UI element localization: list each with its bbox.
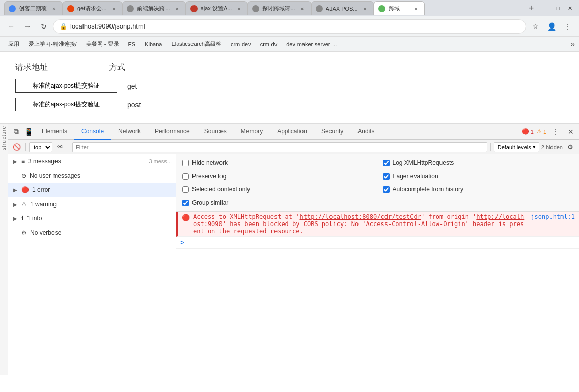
bookmark-6[interactable]: crm-dev <box>227 38 255 50</box>
left-panel: structure <box>0 124 8 375</box>
page-content: 请求地址 方式 标准的ajax-post提交验证 get 标准的ajax-pos… <box>0 52 579 123</box>
header-address: 请求地址 <box>15 62 48 73</box>
address-bar: ← → ↻ 🔒 localhost:9090/jsonp.html ☆ 👤 ⋮ <box>0 16 579 37</box>
log-source[interactable]: jsonp.html:1 <box>531 213 575 220</box>
settings-left-col: Hide networkPreserve logSelected context… <box>182 156 373 209</box>
tab-title-tab2: get请求会... <box>77 5 106 12</box>
tab-close-tab1[interactable]: × <box>50 5 58 13</box>
tab-tab2[interactable]: get请求会...× <box>63 1 122 15</box>
devtools-right-controls: 🔴 1 ⚠ 1 ⋮ ✕ <box>522 126 577 138</box>
forward-button[interactable]: → <box>20 19 35 34</box>
setting-cb-group_similar[interactable] <box>182 200 189 206</box>
sidebar-item-info[interactable]: ▶ℹ1 info <box>8 211 176 226</box>
sidebar-item-no_user[interactable]: ⊖No user messages <box>8 169 176 183</box>
bookmark-0[interactable]: 应用 <box>4 38 23 50</box>
tab-close-tab3[interactable]: × <box>173 5 181 13</box>
tab-close-tab7[interactable]: × <box>412 5 420 13</box>
sidebar-icon-verbose: ⚙ <box>21 229 27 236</box>
url-text: localhost:9090/jsonp.html <box>70 22 145 30</box>
tab-tab3[interactable]: 前端解决跨...× <box>122 1 185 15</box>
setting-cb-log_xmlhttp[interactable] <box>383 160 390 166</box>
error-link-1[interactable]: http://localhost:8080/cdr/testCdr <box>300 213 421 220</box>
menu-button[interactable]: ⋮ <box>561 19 575 34</box>
setting-label-autocomplete_history: Autocomplete from history <box>393 186 463 193</box>
maximize-button[interactable]: □ <box>553 3 563 13</box>
tab-title-tab1: 创客二期项 <box>19 5 47 12</box>
sidebar-item-warnings[interactable]: ▶⚠1 warning <box>8 197 176 211</box>
clear-console-button[interactable]: 🚫 <box>11 142 22 153</box>
bookmark-button[interactable]: ☆ <box>528 19 542 34</box>
toolbar-separator-2 <box>69 143 69 151</box>
tab-close-tab2[interactable]: × <box>109 5 118 13</box>
prompt-icon: > <box>180 238 184 246</box>
minimize-button[interactable]: — <box>540 3 550 13</box>
reload-button[interactable]: ↻ <box>37 19 51 34</box>
devtools-tab-network[interactable]: Network <box>111 124 148 140</box>
post-button[interactable]: 标准的ajax-post提交验证 <box>15 98 117 111</box>
tab-tab6[interactable]: AJAX POS...× <box>311 1 374 15</box>
tab-tab1[interactable]: 创客二期项× <box>4 1 63 15</box>
new-tab-button[interactable]: + <box>524 1 538 15</box>
devtools-tab-sources[interactable]: Sources <box>197 124 234 140</box>
url-bar[interactable]: 🔒 localhost:9090/jsonp.html <box>53 19 526 34</box>
devtools-tab-audits[interactable]: Audits <box>350 124 381 140</box>
setting-cb-preserve_log[interactable] <box>182 173 189 180</box>
devtools-tab-memory[interactable]: Memory <box>234 124 270 140</box>
devtools-tab-application[interactable]: Application <box>270 124 314 140</box>
tab-title-tab7: 跨域 <box>389 5 409 12</box>
get-button[interactable]: 标准的ajax-post提交验证 <box>15 79 117 93</box>
setting-autocomplete_history: Autocomplete from history <box>383 183 573 196</box>
bookmark-4[interactable]: Kibana <box>141 38 166 50</box>
levels-dropdown[interactable]: Default levels ▾ <box>494 142 539 152</box>
console-log: 🔴 Access to XMLHttpRequest at 'http://lo… <box>176 212 579 375</box>
tab-tab4[interactable]: ajax 设置A...× <box>186 1 248 15</box>
setting-cb-hide_network[interactable] <box>182 160 189 166</box>
setting-cb-autocomplete_history[interactable] <box>383 186 390 193</box>
console-settings-button[interactable]: ⚙ <box>565 142 576 153</box>
tab-title-tab5: 探讨跨域请... <box>262 5 295 12</box>
tab-title-tab3: 前端解决跨... <box>137 5 170 12</box>
devtools-tab-console[interactable]: Console <box>74 124 111 140</box>
error-log-text: Access to XMLHttpRequest at 'http://loca… <box>193 213 527 235</box>
setting-selected_context: Selected context only <box>182 183 373 196</box>
bookmarks-more-icon[interactable]: » <box>570 40 575 49</box>
devtools-dock-icon[interactable]: ⧉ <box>10 126 22 138</box>
devtools-more-button[interactable]: ⋮ <box>549 126 562 138</box>
devtools-tab-elements[interactable]: Elements <box>35 124 74 140</box>
devtools-device-icon[interactable]: 📱 <box>22 126 35 138</box>
bookmark-8[interactable]: dev-maker-server-... <box>282 38 341 50</box>
context-select[interactable]: top <box>29 142 52 152</box>
setting-eager_eval: Eager evaluation <box>383 170 573 183</box>
toolbar-separator-1 <box>25 143 26 151</box>
setting-cb-eager_eval[interactable] <box>383 173 390 180</box>
sidebar-item-verbose[interactable]: ⚙No verbose <box>8 226 176 240</box>
setting-cb-selected_context[interactable] <box>182 186 189 193</box>
bookmark-1[interactable]: 爱上学习-精准连接/ <box>24 38 81 50</box>
back-button[interactable]: ← <box>4 19 18 34</box>
close-button[interactable]: ✕ <box>565 3 575 13</box>
eye-button[interactable]: 👁 <box>54 142 66 153</box>
devtools-tab-security[interactable]: Security <box>314 124 350 140</box>
warn-badge: ⚠ 1 <box>537 128 546 135</box>
bookmark-5[interactable]: Elasticsearch高级检 <box>167 38 225 50</box>
bookmark-2[interactable]: 美餐网 - 登录 <box>82 38 123 50</box>
tab-close-tab6[interactable]: × <box>361 5 369 13</box>
setting-log_xmlhttp: Log XMLHttpRequests <box>383 156 573 170</box>
form-header: 请求地址 方式 <box>15 62 564 73</box>
tab-tab7[interactable]: 跨域× <box>374 1 425 15</box>
tab-close-tab4[interactable]: × <box>235 5 243 13</box>
sidebar-item-errors[interactable]: ▶🔴1 error <box>8 183 176 197</box>
devtools-toolbar: ⧉ 📱 ElementsConsoleNetworkPerformanceSou… <box>8 124 579 140</box>
sidebar-item-all_messages[interactable]: ▶≡3 messages3 mess... <box>8 154 176 169</box>
bookmark-7[interactable]: crm-dv <box>256 38 282 50</box>
sidebar-icon-no_user: ⊖ <box>21 172 26 179</box>
bookmark-3[interactable]: ES <box>124 38 140 50</box>
console-filter-input[interactable] <box>72 142 487 152</box>
tab-close-tab5[interactable]: × <box>298 5 307 13</box>
devtools-tab-performance[interactable]: Performance <box>148 124 197 140</box>
devtools-close-button[interactable]: ✕ <box>565 126 577 138</box>
tab-icon-tab5 <box>252 5 259 12</box>
profile-button[interactable]: 👤 <box>544 19 559 34</box>
tab-tab5[interactable]: 探讨跨域请...× <box>247 1 311 15</box>
error-log-icon: 🔴 <box>182 214 190 221</box>
